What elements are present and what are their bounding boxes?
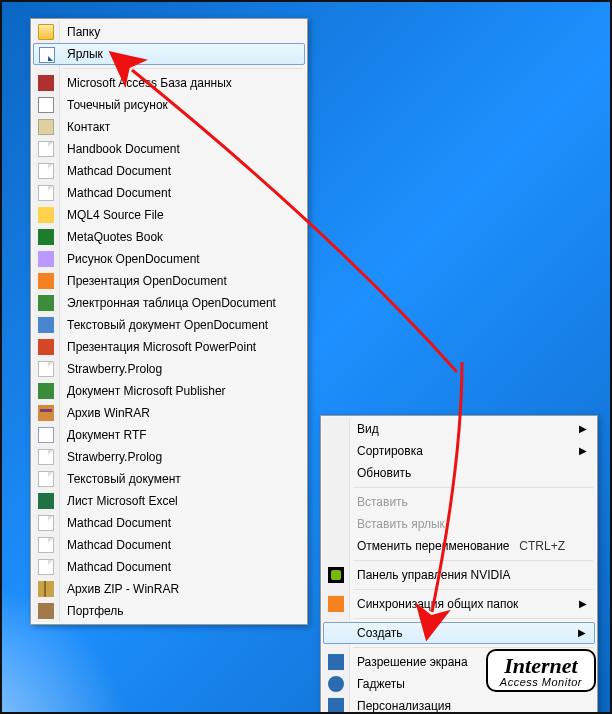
- menu-item[interactable]: Mathcad Document: [33, 534, 305, 556]
- menu-item-label: Отменить переименование: [357, 539, 510, 553]
- menu-item-label: Гаджеты: [357, 677, 405, 691]
- menu-item[interactable]: Документ RTF: [33, 424, 305, 446]
- menu-item[interactable]: MQL4 Source File: [33, 204, 305, 226]
- menu-item[interactable]: Mathcad Document: [33, 160, 305, 182]
- menu-item-label: Mathcad Document: [67, 164, 171, 178]
- menu-item[interactable]: Портфель: [33, 600, 305, 622]
- doc-icon: [38, 471, 54, 487]
- personalize-icon: [328, 698, 344, 714]
- menu-item[interactable]: Папку: [33, 21, 305, 43]
- submenu-arrow-icon: ▶: [578, 623, 586, 643]
- menu-item-label: Портфель: [67, 604, 124, 618]
- menu-item-label: Mathcad Document: [67, 516, 171, 530]
- menu-item-label: Вид: [357, 422, 379, 436]
- menu-item[interactable]: Контакт: [33, 116, 305, 138]
- menu-item-label: Документ Microsoft Publisher: [67, 384, 226, 398]
- access-icon: [38, 75, 54, 91]
- menu-item[interactable]: Текстовый документ OpenDocument: [33, 314, 305, 336]
- menu-item-label: Презентация OpenDocument: [67, 274, 227, 288]
- menu-item-label: Синхронизация общих папок: [357, 597, 518, 611]
- menu-item[interactable]: Отменить переименованиеCTRL+Z: [323, 535, 595, 557]
- menu-item-label: Вставить ярлык: [357, 517, 445, 531]
- menu-item-label: Контакт: [67, 120, 110, 134]
- menu-item-label: Архив WinRAR: [67, 406, 150, 420]
- zip-icon: [38, 581, 54, 597]
- menu-item-label: Панель управления NVIDIA: [357, 568, 511, 582]
- menu-item[interactable]: Создать▶: [323, 622, 595, 644]
- bitmap-icon: [38, 97, 54, 113]
- menu-item[interactable]: Обновить: [323, 462, 595, 484]
- doc-icon: [38, 515, 54, 531]
- menu-item-label: Ярлык: [67, 47, 103, 61]
- menu-item-label: Mathcad Document: [67, 186, 171, 200]
- menu-item-label: Strawberry.Prolog: [67, 362, 162, 376]
- ods-icon: [38, 295, 54, 311]
- menu-item[interactable]: Презентация OpenDocument: [33, 270, 305, 292]
- menu-item[interactable]: Электронная таблица OpenDocument: [33, 292, 305, 314]
- menu-item[interactable]: Текстовый документ: [33, 468, 305, 490]
- screen-icon: [328, 654, 344, 670]
- menu-separator: [353, 618, 593, 619]
- doc-icon: [38, 185, 54, 201]
- menu-item-label: Вставить: [357, 495, 408, 509]
- menu-item-label: Текстовый документ: [67, 472, 181, 486]
- nvidia-icon: [328, 567, 344, 583]
- menu-item[interactable]: Персонализация: [323, 695, 595, 714]
- menu-item[interactable]: Вид▶: [323, 418, 595, 440]
- odp-icon: [38, 273, 54, 289]
- menu-separator: [353, 589, 593, 590]
- menu-item[interactable]: Синхронизация общих папок▶: [323, 593, 595, 615]
- menu-item-label: MetaQuotes Book: [67, 230, 163, 244]
- menu-item[interactable]: Strawberry.Prolog: [33, 358, 305, 380]
- menu-item-label: Разрешение экрана: [357, 655, 468, 669]
- menu-item[interactable]: Microsoft Access База данных: [33, 72, 305, 94]
- rtf-icon: [38, 427, 54, 443]
- menu-item[interactable]: Ярлык: [33, 43, 305, 65]
- menu-item[interactable]: Mathcad Document: [33, 182, 305, 204]
- logo-line2: Access Monitor: [500, 677, 582, 688]
- menu-item[interactable]: Точечный рисунок: [33, 94, 305, 116]
- doc-icon: [38, 141, 54, 157]
- menu-item-shortcut: CTRL+Z: [519, 535, 565, 557]
- menu-item-label: Handbook Document: [67, 142, 180, 156]
- menu-item[interactable]: Презентация Microsoft PowerPoint: [33, 336, 305, 358]
- menu-item[interactable]: MetaQuotes Book: [33, 226, 305, 248]
- menu-item[interactable]: Рисунок OpenDocument: [33, 248, 305, 270]
- odt-icon: [38, 317, 54, 333]
- book-icon: [38, 229, 54, 245]
- mql-icon: [38, 207, 54, 223]
- create-new-submenu[interactable]: ПапкуЯрлыкMicrosoft Access База данныхТо…: [30, 18, 308, 625]
- menu-item[interactable]: Strawberry.Prolog: [33, 446, 305, 468]
- xls-icon: [38, 493, 54, 509]
- gadget-icon: [328, 676, 344, 692]
- menu-item-label: Strawberry.Prolog: [67, 450, 162, 464]
- submenu-arrow-icon: ▶: [579, 593, 587, 615]
- menu-item[interactable]: Архив ZIP - WinRAR: [33, 578, 305, 600]
- menu-item[interactable]: Handbook Document: [33, 138, 305, 160]
- menu-separator: [63, 68, 303, 69]
- menu-item[interactable]: Сортировка▶: [323, 440, 595, 462]
- doc-icon: [38, 537, 54, 553]
- menu-item-label: Обновить: [357, 466, 411, 480]
- menu-item[interactable]: Панель управления NVIDIA: [323, 564, 595, 586]
- menu-item-label: Создать: [357, 626, 403, 640]
- submenu-arrow-icon: ▶: [579, 440, 587, 462]
- menu-item[interactable]: Архив WinRAR: [33, 402, 305, 424]
- pub-icon: [38, 383, 54, 399]
- menu-item: Вставить: [323, 491, 595, 513]
- menu-item-label: Лист Microsoft Excel: [67, 494, 178, 508]
- shortcut-icon: [39, 47, 55, 63]
- menu-item-label: Mathcad Document: [67, 538, 171, 552]
- doc-icon: [38, 559, 54, 575]
- menu-separator: [353, 560, 593, 561]
- menu-item-label: Сортировка: [357, 444, 423, 458]
- menu-item: Вставить ярлык: [323, 513, 595, 535]
- menu-item-label: Презентация Microsoft PowerPoint: [67, 340, 256, 354]
- menu-item[interactable]: Mathcad Document: [33, 512, 305, 534]
- menu-item[interactable]: Документ Microsoft Publisher: [33, 380, 305, 402]
- folder-icon: [38, 24, 54, 40]
- menu-item[interactable]: Лист Microsoft Excel: [33, 490, 305, 512]
- menu-item[interactable]: Mathcad Document: [33, 556, 305, 578]
- odg-icon: [38, 251, 54, 267]
- watermark-logo: Internet Access Monitor: [486, 649, 596, 692]
